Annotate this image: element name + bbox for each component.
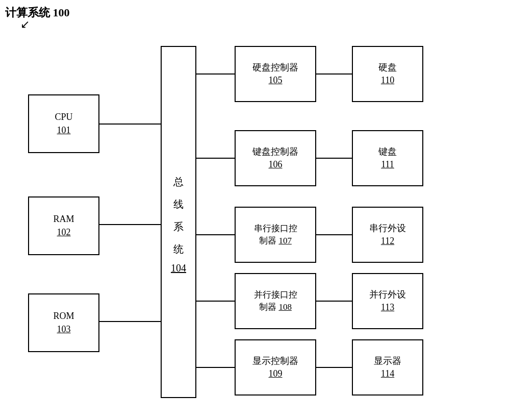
- hdd-number: 110: [381, 74, 394, 87]
- bus-label-1: 总: [173, 170, 184, 193]
- rom-box: ROM 103: [28, 293, 99, 352]
- hdd-label: 硬盘: [378, 61, 397, 74]
- hdd-box: 硬盘 110: [352, 46, 423, 102]
- title-text: 计算系统 100: [5, 6, 70, 19]
- serial-ctrl-label2: 制器 107: [259, 235, 292, 247]
- cpu-label: CPU: [55, 111, 72, 123]
- parallel-dev-label: 并行外设: [369, 288, 406, 301]
- title-arrow: ↙: [20, 18, 70, 31]
- diagram-container: 计算系统 100 ↙ CPU 101 RAM: [0, 0, 510, 420]
- kbd-ctrl-box: 键盘控制器 106: [235, 130, 316, 186]
- serial-ctrl-label: 串行接口控: [254, 223, 297, 235]
- ram-number: 102: [57, 226, 71, 239]
- display-label: 显示器: [374, 355, 401, 367]
- parallel-ctrl-label: 并行接口控: [254, 289, 297, 301]
- hdd-ctrl-label: 硬盘控制器: [252, 61, 298, 74]
- display-ctrl-box: 显示控制器 109: [235, 339, 316, 396]
- hdd-ctrl-number: 105: [269, 74, 283, 87]
- cpu-box: CPU 101: [28, 94, 99, 153]
- kbd-ctrl-number: 106: [269, 158, 283, 171]
- hdd-ctrl-box: 硬盘控制器 105: [235, 46, 316, 102]
- cpu-number: 101: [57, 124, 71, 137]
- ram-box: RAM 102: [28, 196, 99, 255]
- title-area: 计算系统 100 ↙: [5, 5, 70, 31]
- serial-dev-number: 112: [381, 235, 394, 248]
- ram-label: RAM: [53, 213, 74, 226]
- serial-ctrl-box: 串行接口控 制器 107: [235, 207, 316, 263]
- display-box: 显示器 114: [352, 339, 423, 396]
- kbd-ctrl-label: 键盘控制器: [252, 145, 298, 158]
- serial-dev-label: 串行外设: [369, 222, 406, 235]
- serial-dev-box: 串行外设 112: [352, 207, 423, 263]
- bus-label-4: 统: [173, 238, 184, 260]
- parallel-dev-box: 并行外设 113: [352, 273, 423, 329]
- kbd-number: 111: [381, 158, 394, 171]
- bus-bar: 总 线 系 统 104: [161, 46, 196, 398]
- parallel-ctrl-label2: 制器 108: [259, 301, 292, 313]
- kbd-box: 键盘 111: [352, 130, 423, 186]
- parallel-dev-number: 113: [381, 301, 394, 314]
- bus-number: 104: [171, 262, 186, 274]
- rom-number: 103: [57, 323, 71, 336]
- display-number: 114: [381, 367, 394, 380]
- bus-label-3: 系: [173, 215, 184, 238]
- display-ctrl-label: 显示控制器: [252, 355, 298, 367]
- bus-label-2: 线: [173, 193, 184, 215]
- parallel-ctrl-box: 并行接口控 制器 108: [235, 273, 316, 329]
- kbd-label: 键盘: [378, 145, 397, 158]
- display-ctrl-number: 109: [269, 367, 283, 380]
- rom-label: ROM: [53, 310, 74, 323]
